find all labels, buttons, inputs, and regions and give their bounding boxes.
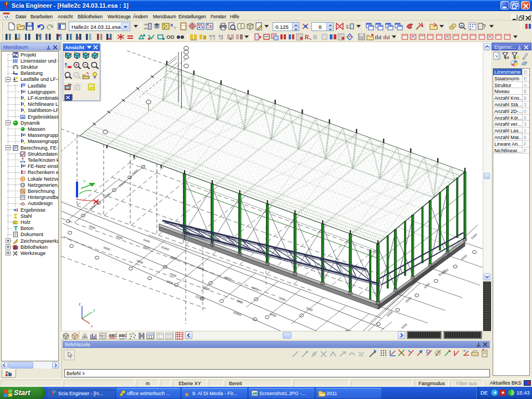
svg-text:5400: 5400 <box>131 168 139 175</box>
svg-text:5000: 5000 <box>224 275 232 281</box>
svg-text:5000: 5000 <box>103 245 111 251</box>
svg-text:5000: 5000 <box>386 310 393 317</box>
svg-text:cm: cm <box>144 27 149 30</box>
svg-text:5000: 5000 <box>136 259 144 264</box>
svg-text:5000: 5000 <box>423 282 431 289</box>
svg-text:¶: ¶ <box>218 34 222 40</box>
svg-text:5000: 5000 <box>405 296 412 303</box>
svg-text:5000: 5000 <box>89 224 96 230</box>
svg-text:x: x <box>91 324 93 328</box>
svg-text:Y: Y <box>83 180 86 183</box>
svg-text:z: z <box>79 302 80 306</box>
svg-text:5400: 5400 <box>470 233 478 239</box>
svg-text:?: ? <box>483 24 486 30</box>
svg-text:a: a <box>507 55 509 60</box>
svg-text:Y: Y <box>173 25 177 30</box>
svg-text:13200: 13200 <box>195 294 204 300</box>
svg-text:y: y <box>93 308 95 313</box>
svg-text:ABC: ABC <box>119 334 126 337</box>
svg-text:5000: 5000 <box>461 254 468 260</box>
svg-text:5000: 5000 <box>104 192 111 198</box>
svg-text:R: R <box>313 34 318 40</box>
svg-text:ABC: ABC <box>109 334 116 337</box>
svg-text:25000: 25000 <box>233 310 242 316</box>
svg-text:5000: 5000 <box>203 285 211 291</box>
svg-text:25400: 25400 <box>118 180 127 187</box>
svg-text:1:: 1: <box>346 24 350 29</box>
svg-text:5000: 5000 <box>252 286 259 291</box>
svg-text:5000: 5000 <box>401 323 408 329</box>
svg-text:¶: ¶ <box>212 34 216 40</box>
svg-text:5000: 5000 <box>89 203 96 210</box>
svg-text:3000: 3000 <box>166 279 174 285</box>
svg-text:5000: 5000 <box>143 245 151 250</box>
svg-text:5400: 5400 <box>143 238 151 243</box>
svg-text:5000: 5000 <box>197 265 205 271</box>
svg-text:5000: 5000 <box>279 296 287 301</box>
svg-text:!: ! <box>78 35 79 40</box>
svg-text:5000: 5000 <box>269 312 277 318</box>
svg-text:5000: 5000 <box>170 272 177 278</box>
svg-text:25400: 25400 <box>161 245 170 251</box>
svg-text:a: a <box>461 24 463 28</box>
svg-text:R: R <box>305 34 309 40</box>
